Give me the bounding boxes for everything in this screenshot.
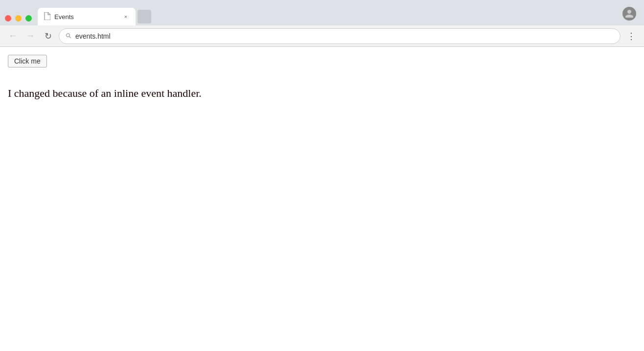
address-bar-container	[59, 28, 621, 44]
address-input[interactable]	[75, 32, 614, 40]
back-icon: ←	[8, 31, 17, 41]
minimize-window-button[interactable]	[15, 15, 22, 22]
active-tab[interactable]: Events ×	[38, 8, 136, 25]
page-content: Click me I changed because of an inline …	[0, 47, 644, 351]
back-button[interactable]: ←	[6, 29, 20, 43]
tab-page-icon	[44, 12, 50, 22]
page-paragraph: I changed because of an inline event han…	[8, 87, 636, 100]
reload-button[interactable]: ↻	[41, 29, 55, 43]
click-me-button[interactable]: Click me	[8, 55, 47, 67]
browser-menu-button[interactable]: ⋮	[624, 29, 638, 43]
new-tab-area	[138, 10, 151, 23]
close-window-button[interactable]	[5, 15, 11, 22]
forward-icon: →	[26, 31, 35, 41]
menu-dots-icon: ⋮	[627, 31, 636, 42]
title-bar: Events ×	[0, 0, 644, 25]
tab-close-button[interactable]: ×	[122, 13, 130, 21]
profile-icon[interactable]	[622, 7, 636, 21]
tab-title: Events	[54, 13, 118, 21]
forward-button[interactable]: →	[23, 29, 37, 43]
browser-shell: Events × ← → ↻	[0, 0, 644, 351]
search-icon	[65, 32, 71, 40]
maximize-window-button[interactable]	[25, 15, 32, 22]
toolbar: ← → ↻ ⋮	[0, 25, 644, 47]
tab-bar: Events ×	[38, 8, 644, 25]
tab-close-icon: ×	[124, 14, 127, 20]
reload-icon: ↻	[45, 31, 52, 42]
window-controls	[5, 15, 32, 22]
